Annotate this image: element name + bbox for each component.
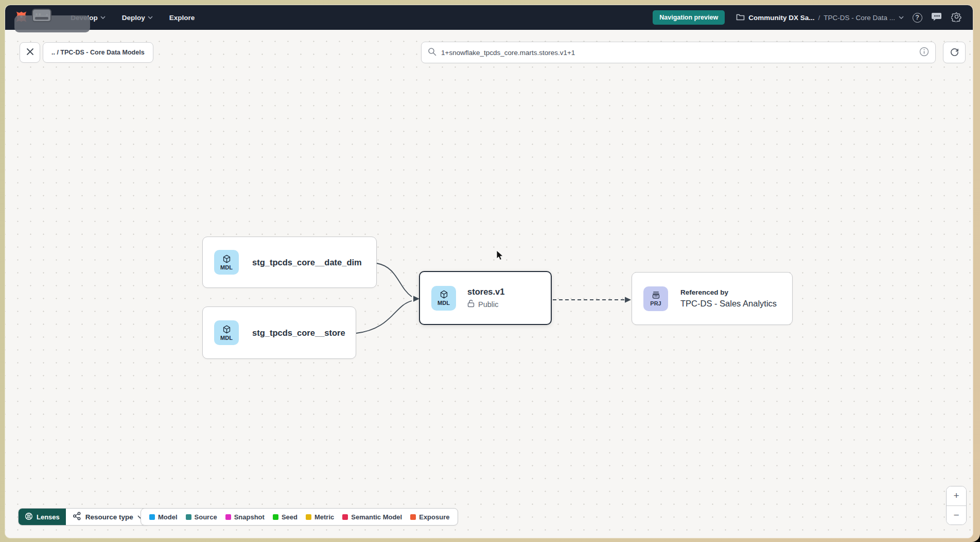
zoom-out-button[interactable]: − bbox=[947, 506, 966, 525]
breadcrumb-separator: / bbox=[818, 14, 820, 22]
cube-icon bbox=[222, 254, 232, 264]
dbt-app-window: dbt Develop Deploy Explore Navigation pr… bbox=[5, 5, 973, 538]
legend-item-seed: Seed bbox=[273, 513, 297, 521]
help-button[interactable]: ? bbox=[911, 11, 923, 24]
zoom-in-button[interactable]: + bbox=[947, 486, 966, 506]
top-navbar: dbt Develop Deploy Explore Navigation pr… bbox=[5, 5, 973, 30]
feedback-button[interactable] bbox=[931, 11, 943, 24]
chevron-down-icon bbox=[100, 16, 106, 19]
resource-type-dropdown[interactable]: Resource type bbox=[66, 509, 150, 525]
resource-type-legend: Model Source Snapshot Seed Metric Semant… bbox=[141, 508, 458, 526]
lenses-control-group: Lenses Resource type bbox=[18, 508, 150, 526]
lineage-path-chip[interactable]: .. / TPC-DS - Core Data Models bbox=[43, 42, 153, 63]
source-color-swatch bbox=[186, 514, 191, 520]
graph-nodes-icon bbox=[73, 512, 81, 522]
legend-item-exposure: Exposure bbox=[410, 513, 449, 521]
project-badge: PRJ bbox=[643, 286, 668, 311]
folder-icon bbox=[736, 13, 745, 22]
node-referenced-by-sales-analytics[interactable]: PRJ Referenced by TPC-DS - Sales Analyti… bbox=[632, 272, 793, 325]
chevron-down-icon bbox=[148, 16, 153, 19]
legend-item-semantic-model: Semantic Model bbox=[342, 513, 402, 521]
node-title: TPC-DS - Sales Analytics bbox=[680, 299, 777, 309]
nav-item-explore[interactable]: Explore bbox=[163, 11, 201, 25]
node-overline: Referenced by bbox=[680, 288, 777, 296]
snapshot-color-swatch bbox=[225, 514, 231, 520]
breadcrumb-section[interactable]: TPC-DS - Core Data ... bbox=[824, 14, 895, 22]
close-lineage-button[interactable] bbox=[20, 42, 40, 63]
node-stg-tpcds-core-store[interactable]: MDL stg_tpcds_core__store bbox=[202, 306, 356, 359]
lineage-canvas[interactable]: .. / TPC-DS - Core Data Models MDL stg_t… bbox=[5, 30, 973, 538]
cube-icon bbox=[439, 290, 449, 299]
semantic-model-color-swatch bbox=[342, 514, 348, 520]
lenses-button[interactable]: Lenses bbox=[19, 509, 66, 525]
seed-color-swatch bbox=[273, 514, 278, 520]
screen-capture-window-icon bbox=[32, 9, 51, 22]
unlock-icon bbox=[467, 299, 475, 309]
lineage-selector-input[interactable] bbox=[441, 49, 915, 57]
screen-capture-overlay bbox=[14, 15, 90, 32]
legend-item-snapshot: Snapshot bbox=[225, 513, 265, 521]
legend-item-model: Model bbox=[149, 513, 178, 521]
search-icon bbox=[428, 47, 436, 58]
node-stg-tpcds-core-date-dim[interactable]: MDL stg_tpcds_core__date_dim bbox=[202, 237, 377, 288]
model-badge: MDL bbox=[214, 250, 239, 275]
breadcrumb-project[interactable]: Community DX Sa... bbox=[736, 13, 814, 22]
chevron-down-icon[interactable] bbox=[899, 16, 904, 19]
breadcrumb: Community DX Sa... / TPC-DS - Core Data … bbox=[736, 13, 904, 22]
chat-bubble-icon bbox=[932, 12, 942, 24]
nav-item-deploy[interactable]: Deploy bbox=[116, 11, 159, 25]
mouse-cursor bbox=[495, 249, 504, 264]
lineage-search-bar bbox=[421, 42, 936, 63]
close-icon bbox=[26, 48, 34, 58]
model-badge: MDL bbox=[214, 320, 239, 345]
cube-icon bbox=[222, 324, 232, 334]
settings-button[interactable] bbox=[950, 11, 962, 24]
metric-color-swatch bbox=[306, 514, 311, 520]
help-icon: ? bbox=[913, 13, 922, 23]
refresh-icon bbox=[950, 47, 959, 59]
model-badge: MDL bbox=[431, 286, 456, 311]
node-title: stg_tpcds_core__date_dim bbox=[252, 258, 362, 267]
node-stores-v1[interactable]: MDL stores.v1 Public bbox=[419, 271, 552, 325]
lens-icon bbox=[25, 512, 33, 522]
stack-icon bbox=[651, 290, 661, 300]
legend-item-source: Source bbox=[186, 513, 217, 521]
node-title: stores.v1 bbox=[467, 287, 504, 297]
node-title: stg_tpcds_core__store bbox=[252, 328, 345, 338]
exposure-color-swatch bbox=[410, 514, 416, 520]
node-access-level: Public bbox=[467, 299, 504, 309]
refresh-lineage-button[interactable] bbox=[943, 42, 966, 63]
info-icon[interactable] bbox=[919, 47, 929, 59]
navigation-preview-badge[interactable]: Navigation preview bbox=[653, 10, 725, 25]
canvas-zoom-controls: + − bbox=[946, 486, 967, 525]
model-color-swatch bbox=[149, 514, 155, 520]
gear-icon bbox=[951, 11, 962, 24]
legend-item-metric: Metric bbox=[306, 513, 334, 521]
